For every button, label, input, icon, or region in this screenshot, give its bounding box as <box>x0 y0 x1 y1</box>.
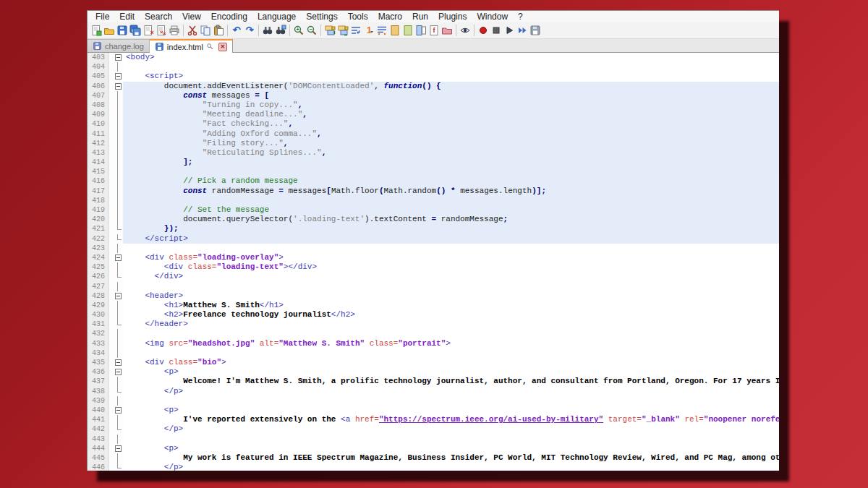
menu-item-file[interactable]: File <box>90 11 114 22</box>
undo-icon[interactable]: ↶ <box>230 24 243 37</box>
macro-run-multiple-icon[interactable] <box>516 24 529 37</box>
menu-item-view[interactable]: View <box>177 11 206 22</box>
menu-item-language[interactable]: Language <box>252 11 301 22</box>
close-tab-icon[interactable]: ✕ <box>218 43 227 51</box>
code-line[interactable]: 445 My work is featured in IEEE Spectrum… <box>88 453 779 463</box>
code-line[interactable]: 411 "Adding Oxford comma...", <box>88 129 779 139</box>
code-line[interactable]: 421 }); <box>88 224 779 234</box>
menu-item-encoding[interactable]: Encoding <box>206 11 252 22</box>
show-all-characters-icon[interactable] <box>375 24 388 37</box>
zoom-level-icon[interactable]: 1 <box>362 24 375 37</box>
save-icon[interactable] <box>116 24 129 37</box>
code-line[interactable]: 419 // Set the message <box>88 205 779 215</box>
code-line[interactable]: 443 <box>88 435 779 444</box>
menu-item-tools[interactable]: Tools <box>343 11 373 22</box>
code-line[interactable]: 432 <box>88 329 779 338</box>
save-all-icon[interactable] <box>129 24 142 37</box>
close-icon[interactable]: × <box>142 24 155 37</box>
code-line[interactable]: 426 </div> <box>88 272 779 281</box>
code-line[interactable]: 438 </p> <box>88 387 779 396</box>
document-map-icon[interactable] <box>414 24 427 37</box>
code-line[interactable]: 441 I've reported extensively on the <a … <box>88 415 779 424</box>
monitoring-icon[interactable] <box>459 24 472 37</box>
menu-item-run[interactable]: Run <box>407 11 433 22</box>
replace-icon[interactable] <box>274 24 287 37</box>
code-line[interactable]: 418 <box>88 196 779 205</box>
fold-collapse-icon[interactable] <box>113 253 123 262</box>
sync-vertical-scroll-icon[interactable] <box>323 24 336 37</box>
copy-icon[interactable] <box>199 24 212 37</box>
fold-collapse-icon[interactable] <box>113 444 123 453</box>
menu-item-settings[interactable]: Settings <box>301 11 342 22</box>
code-line[interactable]: 403<body> <box>88 53 779 62</box>
open-file-icon[interactable] <box>103 24 116 37</box>
code-line[interactable]: 422 </script> <box>88 234 779 244</box>
macro-play-icon[interactable] <box>503 24 516 37</box>
tab-index-html[interactable]: index.html✕ <box>150 39 233 53</box>
code-line[interactable]: 434 <box>88 348 779 358</box>
paste-icon[interactable] <box>212 24 225 37</box>
macro-record-icon[interactable] <box>477 24 490 37</box>
sync-horizontal-scroll-icon[interactable] <box>336 24 349 37</box>
fold-collapse-icon[interactable] <box>113 53 123 62</box>
code-line[interactable]: 412 "Filing story...", <box>88 139 779 148</box>
code-line[interactable]: 429 <h1>Matthew S. Smith</h1> <box>88 301 779 310</box>
code-line[interactable]: 408 "Turning in copy...", <box>88 100 779 110</box>
code-line[interactable]: 407 const messages = [ <box>88 91 779 100</box>
fold-collapse-icon[interactable] <box>113 367 123 377</box>
code-line[interactable]: 404 <box>88 62 779 72</box>
code-line[interactable]: 415 <box>88 167 779 176</box>
find-icon[interactable] <box>261 24 274 37</box>
code-line[interactable]: 431 </header> <box>88 320 779 329</box>
code-line[interactable]: 413 "Reticulating Splines...", <box>88 148 779 158</box>
fold-collapse-icon[interactable] <box>113 291 123 301</box>
code-line[interactable]: 420 document.querySelector('.loading-tex… <box>88 215 779 224</box>
code-line[interactable]: 424 <div class="loading-overlay"> <box>88 253 779 262</box>
fold-collapse-icon[interactable] <box>113 72 123 81</box>
code-line[interactable]: 417 const randomMessage = messages[Math.… <box>88 187 779 196</box>
user-defined-language-icon[interactable] <box>388 24 401 37</box>
code-line[interactable]: 405 <script> <box>88 72 779 81</box>
code-line[interactable]: 444 <p> <box>88 444 779 453</box>
code-line[interactable]: 409 "Meeting deadline...", <box>88 110 779 119</box>
redo-icon[interactable]: ↷ <box>243 24 256 37</box>
code-line[interactable]: 433 <img src="headshot.jpg" alt="Matthew… <box>88 339 779 348</box>
fold-collapse-icon[interactable] <box>113 358 123 367</box>
menu-item-edit[interactable]: Edit <box>114 11 140 22</box>
macro-save-icon[interactable] <box>529 24 542 37</box>
pin-icon[interactable] <box>206 43 214 51</box>
code-line[interactable]: 423 <box>88 244 779 253</box>
code-line[interactable]: 439 <box>88 396 779 406</box>
menu-item-macro[interactable]: Macro <box>373 11 407 22</box>
menu-item-search[interactable]: Search <box>140 11 177 22</box>
code-line[interactable]: 406 document.addEventListener('DOMConten… <box>88 82 779 91</box>
code-line[interactable]: 446 </p> <box>88 463 779 471</box>
zoom-in-icon[interactable]: + <box>292 24 305 37</box>
macro-stop-icon[interactable] <box>490 24 503 37</box>
close-all-icon[interactable]: ×× <box>155 24 168 37</box>
code-line[interactable]: 435 <div class="bio"> <box>88 358 779 367</box>
function-list-icon[interactable]: f <box>427 24 441 37</box>
code-line[interactable]: 430 <h2>Freelance technology journalist<… <box>88 310 779 320</box>
code-line[interactable]: 428 <header> <box>88 291 779 301</box>
fold-collapse-icon[interactable] <box>113 82 123 91</box>
code-line[interactable]: 416 // Pick a random message <box>88 176 779 186</box>
code-line[interactable]: 437 Welcome! I'm Matthew S. Smith, a pro… <box>88 377 779 386</box>
folder-as-workspace-icon[interactable] <box>441 24 454 37</box>
fold-collapse-icon[interactable] <box>113 406 123 415</box>
word-wrap-icon[interactable] <box>349 24 362 37</box>
code-line[interactable]: 414 ]; <box>88 158 779 167</box>
code-line[interactable]: 427 <box>88 282 779 291</box>
code-line[interactable]: 410 "Fact checking...", <box>88 119 779 129</box>
new-file-icon[interactable] <box>90 24 103 37</box>
menu-item-[interactable]: ? <box>513 11 528 22</box>
code-line[interactable]: 425 <div class="loading-text"></div> <box>88 262 779 272</box>
style-configurator-icon[interactable] <box>401 24 414 37</box>
cut-icon[interactable] <box>186 24 199 37</box>
menu-item-window[interactable]: Window <box>472 11 513 22</box>
code-editor[interactable]: 403<body>404405 <script>406 document.add… <box>88 53 779 471</box>
code-line[interactable]: 436 <p> <box>88 367 779 377</box>
code-line[interactable]: 440 <p> <box>88 406 779 415</box>
print-icon[interactable] <box>168 24 181 37</box>
tab-change-log[interactable]: change.log <box>88 39 150 52</box>
